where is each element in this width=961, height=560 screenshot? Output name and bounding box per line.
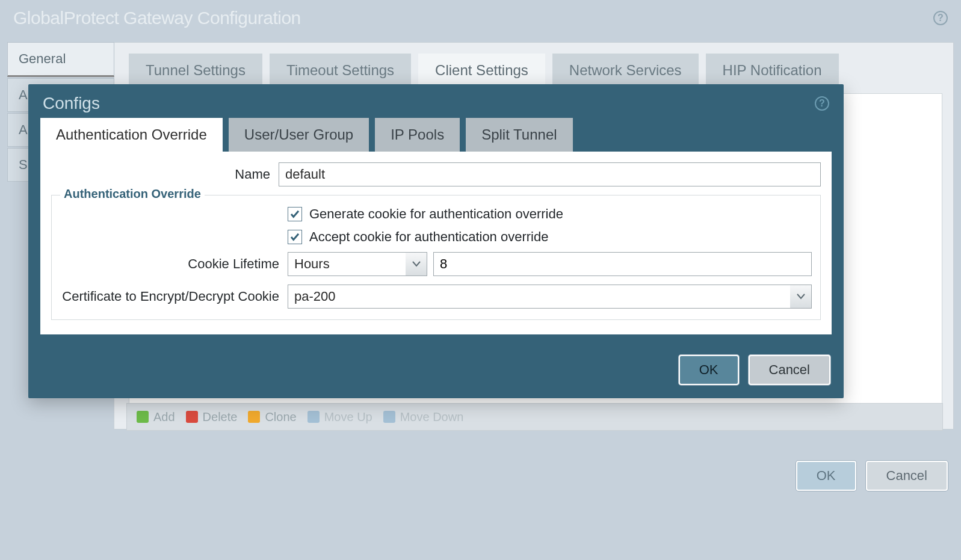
add-icon xyxy=(137,411,149,423)
accept-cookie-checkbox[interactable] xyxy=(288,230,302,244)
cookie-lifetime-row: Cookie Lifetime xyxy=(60,252,812,276)
toolbar-clone[interactable]: Clone xyxy=(248,410,296,424)
configs-dialog: Configs ? Authentication Override User/U… xyxy=(28,84,844,398)
generate-cookie-label: Generate cookie for authentication overr… xyxy=(309,206,563,222)
toolbar-move-up[interactable]: Move Up xyxy=(307,410,372,424)
delete-icon xyxy=(186,411,198,423)
tab-client-settings[interactable]: Client Settings xyxy=(418,54,545,87)
help-icon[interactable]: ? xyxy=(933,11,948,25)
toolbar-delete[interactable]: Delete xyxy=(186,410,238,424)
top-tabs: Tunnel Settings Timeout Settings Client … xyxy=(129,54,942,87)
accept-cookie-label: Accept cookie for authentication overrid… xyxy=(309,229,548,245)
generate-cookie-checkbox[interactable] xyxy=(288,207,302,221)
modal-title-bar: Configs ? xyxy=(28,84,844,118)
modal-help-icon[interactable]: ? xyxy=(815,96,829,111)
left-tab-general[interactable]: General xyxy=(7,42,114,77)
cert-label: Certificate to Encrypt/Decrypt Cookie xyxy=(60,289,288,304)
tab-auth-override[interactable]: Authentication Override xyxy=(40,118,223,152)
tab-tunnel-settings[interactable]: Tunnel Settings xyxy=(129,54,262,87)
tab-timeout-settings[interactable]: Timeout Settings xyxy=(270,54,411,87)
outer-title-bar: GlobalProtect Gateway Configuration ? xyxy=(0,0,961,36)
move-up-icon xyxy=(307,411,320,423)
tab-ip-pools[interactable]: IP Pools xyxy=(375,118,460,152)
cookie-lifetime-unit-dropdown-button[interactable] xyxy=(406,252,427,276)
auth-override-fieldset: Authentication Override Generate cookie … xyxy=(51,195,821,320)
outer-ok-button[interactable]: OK xyxy=(796,461,856,491)
name-row: Name xyxy=(51,162,821,186)
inner-panel: Name Authentication Override Generate co… xyxy=(40,152,832,334)
outer-footer: OK Cancel xyxy=(796,461,948,491)
tab-split-tunnel[interactable]: Split Tunnel xyxy=(466,118,572,152)
list-toolbar: Add Delete Clone Move Up Move Down xyxy=(126,403,943,431)
toolbar-move-down[interactable]: Move Down xyxy=(383,410,464,424)
cookie-lifetime-unit-wrap xyxy=(288,252,427,276)
modal-body: Authentication Override User/User Group … xyxy=(28,118,844,346)
tab-hip-notification[interactable]: HIP Notification xyxy=(706,54,839,87)
modal-footer: OK Cancel xyxy=(28,346,844,398)
cookie-lifetime-value-input[interactable] xyxy=(433,252,812,276)
fieldset-legend: Authentication Override xyxy=(60,187,205,201)
name-input[interactable] xyxy=(279,162,821,186)
cert-select[interactable] xyxy=(288,285,790,309)
check-icon xyxy=(289,232,300,242)
name-label: Name xyxy=(51,167,279,182)
chevron-down-icon xyxy=(412,261,421,267)
outer-title: GlobalProtect Gateway Configuration xyxy=(13,8,301,28)
inner-tabs: Authentication Override User/User Group … xyxy=(40,118,832,152)
cookie-lifetime-label: Cookie Lifetime xyxy=(60,256,288,272)
modal-ok-button[interactable]: OK xyxy=(679,355,739,385)
tab-user-group[interactable]: User/User Group xyxy=(229,118,369,152)
modal-title: Configs xyxy=(43,94,100,113)
outer-cancel-button[interactable]: Cancel xyxy=(866,461,948,491)
toolbar-add[interactable]: Add xyxy=(137,410,175,424)
check-icon xyxy=(289,209,300,220)
clone-icon xyxy=(248,411,260,423)
tab-network-services[interactable]: Network Services xyxy=(552,54,699,87)
chevron-down-icon xyxy=(797,294,805,300)
modal-cancel-button[interactable]: Cancel xyxy=(749,355,830,385)
generate-cookie-row: Generate cookie for authentication overr… xyxy=(60,206,812,222)
cert-dropdown-button[interactable] xyxy=(790,285,812,309)
cert-row: Certificate to Encrypt/Decrypt Cookie xyxy=(60,285,812,309)
accept-cookie-row: Accept cookie for authentication overrid… xyxy=(60,229,812,245)
cookie-lifetime-unit-select[interactable] xyxy=(288,252,406,276)
move-down-icon xyxy=(383,411,395,423)
